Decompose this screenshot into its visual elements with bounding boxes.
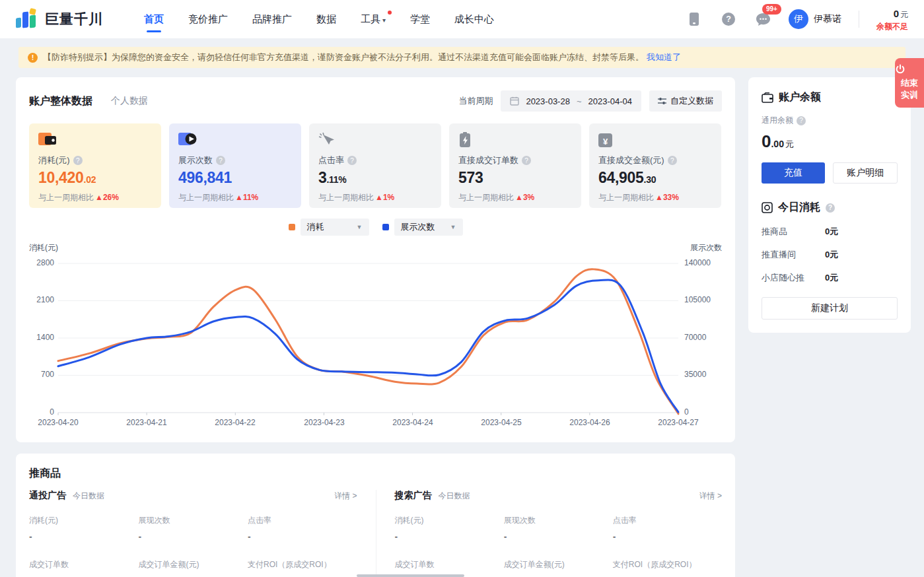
compare-label: 与上一周期相比 [598, 193, 654, 202]
stat-value-decimal: .02 [84, 174, 96, 185]
fraud-warning-banner: ! 【防诈特别提示】为保障您的资金安全，请勿轻信任何非官方充值渠道，谨防资金账户… [18, 47, 906, 68]
cursor-click-icon [318, 132, 432, 149]
recharge-button[interactable]: 充值 [762, 162, 825, 184]
metric-cell: 支付ROI（原成交ROI）- [248, 559, 357, 577]
metric-select-right[interactable]: 展示次数▼ [394, 219, 463, 236]
avatar: 伊 [789, 9, 808, 29]
search-ads-section: 搜索广告 今日数据 详情 > 消耗(元)- 展现次数- 点击率- 成交订单数- … [376, 490, 723, 577]
legend-color-cost [289, 224, 295, 230]
banner-acknowledge-link[interactable]: 我知道了 [647, 51, 681, 63]
section-name: 搜索广告 [395, 490, 432, 502]
stat-value: 496,841 [178, 169, 232, 186]
power-icon [895, 64, 906, 75]
topbar-balance[interactable]: 0元 余额不足 [876, 7, 908, 32]
nav-item-academy[interactable]: 学堂 [410, 1, 430, 38]
warning-icon: ! [28, 53, 38, 63]
stat-label: 直接成交订单数 [458, 154, 518, 166]
stat-card-direct-gmv[interactable]: ¥ 直接成交金额(元)? 64,905.30 与上一周期相比▲33% [589, 123, 721, 208]
nav-item-growth-center[interactable]: 成长中心 [454, 1, 494, 38]
top-navigation-bar: 巨量千川 首页 竞价推广 品牌推广 数据 工具▾ 学堂 成长中心 ? 99+ 伊… [0, 0, 924, 38]
compare-label: 与上一周期相比 [178, 193, 234, 202]
user-menu[interactable]: 伊 伊慕诺 [789, 9, 841, 29]
notification-dot [388, 11, 392, 15]
feed-ads-section: 通投广告 今日数据 详情 > 消耗(元)- 展现次数- 点击率- 成交订单数- … [29, 490, 376, 577]
main-nav: 首页 竞价推广 品牌推广 数据 工具▾ 学堂 成长中心 [144, 1, 494, 38]
account-detail-button[interactable]: 账户明细 [833, 162, 898, 184]
stat-card-direct-orders[interactable]: 直接成交订单数? 573 与上一周期相比▲3% [449, 123, 581, 208]
metric-cell: 支付ROI（原成交ROI）- [613, 559, 722, 577]
stat-value: 64,905 [598, 169, 644, 186]
svg-text:¥: ¥ [603, 137, 608, 147]
nav-item-brand-promo[interactable]: 品牌推广 [252, 1, 292, 38]
metric-cell: 点击率- [248, 515, 357, 542]
stat-value: 573 [458, 169, 483, 186]
metric-cell: 成交订单金额(元)- [139, 559, 248, 577]
logo-text: 巨量千川 [45, 10, 103, 28]
account-balance-panel: 账户余额 通用余额 ? 0.00元 充值 账户明细 今日消耗 ? 推商品0元 [748, 77, 911, 333]
date-end: 2023-04-04 [588, 96, 633, 106]
stat-label: 展示次数 [178, 154, 213, 166]
stat-card-impressions[interactable]: 展示次数? 496,841 与上一周期相比▲11% [169, 123, 301, 208]
nav-item-tools[interactable]: 工具▾ [361, 1, 386, 38]
details-link[interactable]: 详情 > [699, 491, 722, 502]
wallet-icon [762, 92, 773, 103]
stat-value: 10,420 [38, 169, 84, 186]
metric-select-left[interactable]: 消耗▼ [301, 219, 369, 236]
compare-label: 与上一周期相比 [38, 193, 94, 202]
date-separator: ~ [577, 96, 582, 106]
stat-card-cost[interactable]: 消耗(元)? 10,420.02 与上一周期相比▲26% [29, 123, 161, 208]
help-icon[interactable]: ? [347, 156, 357, 165]
legend-label: 消耗 [307, 221, 324, 233]
tab-account-overall-data[interactable]: 账户整体数据 [29, 94, 92, 108]
customize-data-button[interactable]: 自定义数据 [649, 90, 722, 112]
help-icon[interactable]: ? [522, 156, 531, 165]
help-icon[interactable]: ? [668, 156, 677, 165]
period-label: 当前周期 [458, 95, 493, 107]
messages-icon[interactable]: 99+ [754, 11, 771, 28]
tab-personal-data[interactable]: 个人数据 [111, 95, 148, 107]
help-icon[interactable]: ? [797, 116, 806, 125]
change-up-badge: ▲1% [375, 193, 394, 202]
help-icon[interactable]: ? [720, 11, 737, 28]
svg-text:?: ? [726, 15, 731, 24]
wallet-icon [38, 132, 152, 149]
stat-label: 直接成交金额(元) [598, 154, 664, 166]
mobile-app-icon[interactable] [686, 11, 703, 28]
details-link[interactable]: 详情 > [334, 491, 357, 502]
help-icon[interactable]: ? [73, 156, 83, 165]
today-consume-title: 今日消耗 [778, 201, 820, 215]
change-up-badge: ▲11% [235, 193, 258, 202]
chart-legend: 消耗▼ 展示次数▼ [29, 219, 722, 236]
stat-label: 消耗(元) [38, 154, 70, 166]
end-training-button[interactable]: 结束实训 [895, 58, 924, 108]
section-subtitle: 今日数据 [73, 491, 104, 502]
metric-cell: 展现次数- [139, 515, 248, 542]
nav-item-data[interactable]: 数据 [316, 1, 336, 38]
date-range-picker[interactable]: 2023-03-28 ~ 2023-04-04 [501, 90, 641, 112]
customize-data-label: 自定义数据 [670, 95, 713, 107]
horizontal-scrollbar-thumb[interactable] [357, 574, 464, 577]
balance-amount: 0 [894, 8, 899, 19]
stat-label: 点击率 [318, 154, 344, 166]
consume-row: 推直播间0元 [762, 249, 898, 261]
change-up-badge: ▲33% [655, 193, 679, 202]
right-axis-title: 展示次数 [690, 242, 722, 254]
nav-item-home[interactable]: 首页 [144, 1, 164, 38]
nav-item-tools-label: 工具 [361, 13, 380, 24]
help-icon[interactable]: ? [216, 156, 225, 165]
chevron-down-icon: ▼ [357, 224, 363, 230]
consume-row: 推商品0元 [762, 226, 898, 238]
stat-card-ctr[interactable]: 点击率? 3.11% 与上一周期相比▲1% [309, 123, 441, 208]
new-plan-button[interactable]: 新建计划 [762, 297, 898, 320]
divider [859, 11, 859, 28]
help-icon[interactable]: ? [826, 203, 835, 213]
compare-label: 与上一周期相比 [458, 193, 514, 202]
chart-plot-area[interactable] [58, 263, 678, 413]
sliders-icon [658, 97, 666, 105]
general-balance-label: 通用余额 [762, 115, 793, 126]
calendar-icon [510, 96, 519, 106]
app-logo[interactable]: 巨量千川 [16, 9, 103, 30]
nav-item-bidding-promo[interactable]: 竞价推广 [188, 1, 228, 38]
trend-chart[interactable]: 消耗(元) 展示次数 2800 2100 1400 700 0 140000 1… [29, 242, 722, 438]
legend-color-impressions [382, 224, 389, 230]
